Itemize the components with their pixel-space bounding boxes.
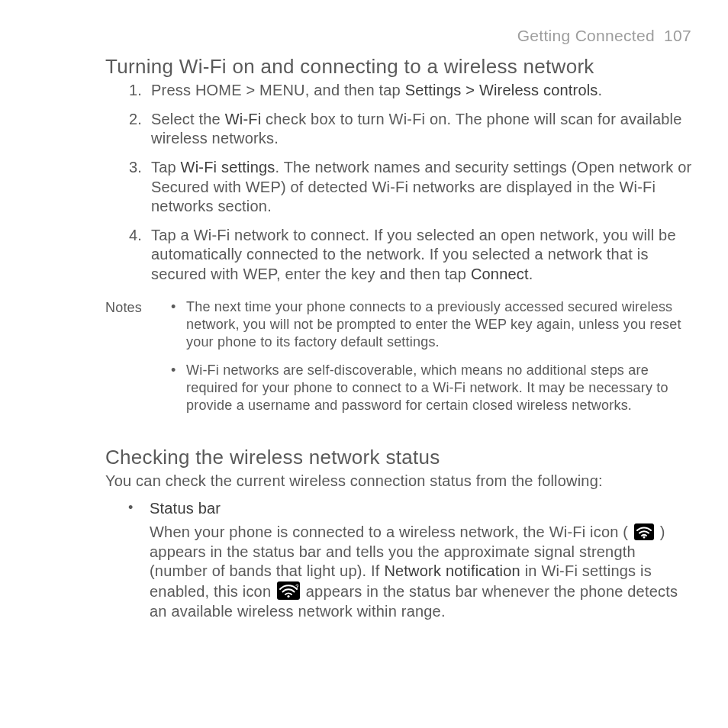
status-bar-paragraph: When your phone is connected to a wirele…	[150, 523, 693, 621]
step-2: 2. Select the Wi-Fi check box to turn Wi…	[124, 110, 693, 149]
notes-list: The next time your phone connects to a p…	[171, 298, 690, 425]
connect-label: Connect	[471, 266, 529, 282]
section-name: Getting Connected	[517, 27, 655, 44]
heading-checking-status: Checking the wireless network status	[105, 445, 693, 470]
notes-block: Notes The next time your phone connects …	[105, 298, 693, 425]
notes-label: Notes	[105, 298, 148, 425]
step-text: Tap a Wi-Fi network to connect. If you s…	[151, 227, 676, 282]
step-number: 2.	[124, 110, 142, 130]
step-text: Select the Wi-Fi check box to turn Wi-Fi…	[151, 111, 682, 147]
page-number: 107	[664, 27, 691, 44]
running-header: Getting Connected 107	[517, 26, 691, 47]
steps-list: 1. Press HOME > MENU, and then tap Setti…	[124, 81, 693, 284]
note-item: Wi-Fi networks are self-discoverable, wh…	[171, 362, 690, 414]
svg-point-1	[287, 595, 289, 598]
status-sources-list: Status bar When your phone is connected …	[127, 499, 693, 622]
step-text: Tap Wi-Fi settings. The network names an…	[151, 159, 691, 214]
status-bar-item: Status bar When your phone is connected …	[127, 499, 693, 622]
note-text: The next time your phone connects to a p…	[186, 299, 681, 350]
step-text: Press HOME > MENU, and then tap Settings…	[151, 82, 602, 98]
note-text: Wi-Fi networks are self-discoverable, wh…	[186, 362, 668, 413]
wifi-label: Wi-Fi	[225, 111, 262, 127]
svg-text:?: ?	[295, 583, 298, 590]
path-settings-wireless: Settings > Wireless controls	[405, 82, 598, 98]
heading-turning-wifi-on: Turning Wi-Fi on and connecting to a wir…	[105, 54, 693, 79]
wifi-signal-icon	[634, 523, 654, 540]
check-intro: You can check the current wireless conne…	[105, 472, 693, 491]
step-4: 4. Tap a Wi-Fi network to connect. If yo…	[124, 226, 693, 285]
step-number: 3.	[124, 158, 142, 178]
step-number: 4.	[124, 226, 142, 246]
network-notification-label: Network notification	[384, 562, 520, 579]
note-item: The next time your phone connects to a p…	[171, 298, 690, 351]
svg-point-0	[643, 536, 645, 539]
wifi-notify-icon: ?	[277, 581, 300, 600]
step-number: 1.	[124, 81, 142, 101]
status-bar-title: Status bar	[150, 499, 693, 519]
step-1: 1. Press HOME > MENU, and then tap Setti…	[124, 81, 693, 101]
step-3: 3. Tap Wi-Fi settings. The network names…	[124, 158, 693, 217]
wifi-settings-label: Wi-Fi settings	[181, 159, 275, 176]
page-body: Turning Wi-Fi on and connecting to a wir…	[105, 54, 693, 621]
